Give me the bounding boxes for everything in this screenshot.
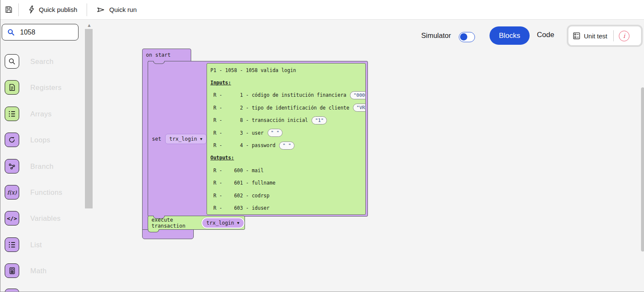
register-input-row: R - 1 - código de institución financiera…: [210, 89, 365, 101]
sidebar-item-math[interactable]: Math: [5, 263, 47, 278]
register-input-row: R - 8 - transacción inicial "1": [210, 114, 365, 127]
sidebar-item-label: Variables: [30, 214, 61, 223]
register-title: P1 - 1058 - 1058 valida login: [210, 64, 365, 76]
on-start-block-footer[interactable]: [142, 229, 194, 239]
register-output-row: R - 601 - fullname: [210, 177, 365, 189]
simulator-label: Simulator: [421, 32, 451, 40]
inputs-header: Inputs:: [210, 76, 365, 89]
sidebar-item-registers[interactable]: Registers: [5, 80, 61, 95]
variable-name: trx_login: [169, 136, 197, 142]
sidebar-item-functions[interactable]: f(x) Functions: [5, 185, 62, 199]
workspace-scrollbar[interactable]: [641, 87, 644, 252]
sidebar-item-loops[interactable]: Loops: [5, 133, 50, 147]
sidebar-item-branch[interactable]: Branch: [5, 159, 54, 173]
value-pill[interactable]: "0000": [350, 91, 366, 99]
sidebar-item-arrays[interactable]: Arrays: [5, 107, 52, 121]
quick-publish-button[interactable]: Quick publish: [22, 6, 83, 14]
function-glyph: f(x): [7, 189, 17, 196]
register-input-row: R - 2 - tipo de identificación de client…: [210, 101, 365, 114]
block-bump: [148, 229, 159, 232]
tab-blocks[interactable]: Blocks: [490, 26, 530, 45]
toolbar-divider: [87, 3, 87, 16]
block-notch: [153, 216, 165, 219]
set-label: set: [152, 136, 161, 142]
branch-icon: [5, 159, 19, 173]
save-button[interactable]: [2, 3, 15, 16]
search-icon: [5, 54, 19, 69]
register-input-row: R - 3 - user " ": [210, 127, 365, 139]
chevron-down-icon: ▼: [237, 221, 239, 225]
block-notch: [153, 61, 165, 64]
checklist-icon: [573, 32, 580, 40]
list-icon: [5, 237, 19, 252]
outputs-header: Outputs:: [210, 152, 365, 164]
run-icon: [96, 6, 105, 14]
code-glyph: </>: [7, 215, 17, 222]
on-start-label: on start: [146, 52, 171, 58]
register-input-row: R - 4 - password " ": [210, 139, 365, 151]
sidebar-item-search[interactable]: Search: [5, 54, 54, 69]
sidebar-item-label: List: [30, 241, 42, 249]
on-start-block-body[interactable]: [142, 61, 148, 230]
code-icon: </>: [5, 211, 19, 226]
sidebar-item-next-category[interactable]: [5, 289, 30, 292]
register-output-row: R - 602 - codrsp: [210, 189, 365, 202]
chevron-down-icon: ▼: [200, 137, 202, 141]
register-comment-block[interactable]: P1 - 1058 - 1058 valida login Inputs: R …: [207, 63, 366, 215]
sidebar-item-variables[interactable]: </> Variables: [5, 211, 61, 226]
value-pill[interactable]: " ": [279, 142, 294, 150]
unit-test-button[interactable]: Unit test: [573, 32, 607, 40]
search-icon: [7, 29, 15, 36]
value-pill[interactable]: "VRTR": [353, 104, 366, 112]
list-icon: [5, 107, 19, 121]
function-icon: f(x): [5, 185, 19, 199]
simulator-toggle[interactable]: [459, 32, 475, 42]
top-toolbar: Quick publish Quick run: [0, 0, 644, 20]
category-icon: [5, 289, 19, 292]
transaction-name: trx_login: [207, 220, 234, 226]
register-output-row: R - 600 - mail: [210, 164, 365, 176]
info-icon[interactable]: i: [619, 31, 629, 41]
sidebar-item-label: Math: [30, 267, 47, 275]
search-input[interactable]: [19, 28, 68, 37]
set-variable-block[interactable]: set trx_login ▼ to P1 - 1058 - 1058 vali…: [148, 61, 368, 217]
execute-transaction-block[interactable]: execute transaction trx_login ▼: [148, 216, 245, 230]
on-start-block[interactable]: on start: [142, 49, 191, 61]
save-icon: [5, 6, 13, 14]
sidebar-scrollbar[interactable]: [85, 29, 93, 208]
panel-divider: [613, 30, 614, 41]
variable-dropdown[interactable]: trx_login ▼: [165, 134, 207, 144]
loop-icon: [5, 133, 19, 147]
sidebar-item-label: Arrays: [30, 110, 52, 118]
register-output-row: R - 603 - iduser: [210, 202, 365, 214]
quick-run-label: Quick run: [109, 6, 137, 13]
toolbar-divider: [18, 3, 19, 16]
quick-publish-label: Quick publish: [39, 6, 77, 13]
app-window: Quick publish Quick run ▲ Search Registe…: [0, 0, 644, 292]
transaction-dropdown[interactable]: trx_login ▼: [201, 217, 245, 228]
sidebar-item-label: Loops: [30, 136, 50, 144]
sidebar-item-label: Registers: [30, 84, 61, 92]
document-icon: [5, 80, 19, 95]
sidebar-item-label: Branch: [30, 162, 54, 171]
tab-code[interactable]: Code: [537, 31, 554, 39]
toolbox-search[interactable]: [2, 24, 79, 40]
quick-run-button[interactable]: Quick run: [90, 6, 143, 14]
sidebar-item-label: Search: [30, 58, 54, 66]
toggle-knob: [460, 33, 467, 40]
lightning-icon: [28, 6, 35, 14]
value-pill[interactable]: " ": [268, 129, 283, 137]
calculator-icon: [5, 263, 19, 278]
sidebar-item-label: Functions: [30, 188, 62, 197]
value-pill[interactable]: "1": [312, 116, 327, 124]
unit-test-label: Unit test: [584, 32, 607, 40]
unit-test-panel: Unit test i: [567, 25, 643, 47]
sidebar-scroll-up-arrow[interactable]: ▲: [85, 23, 93, 28]
sidebar-item-list[interactable]: List: [5, 237, 42, 252]
